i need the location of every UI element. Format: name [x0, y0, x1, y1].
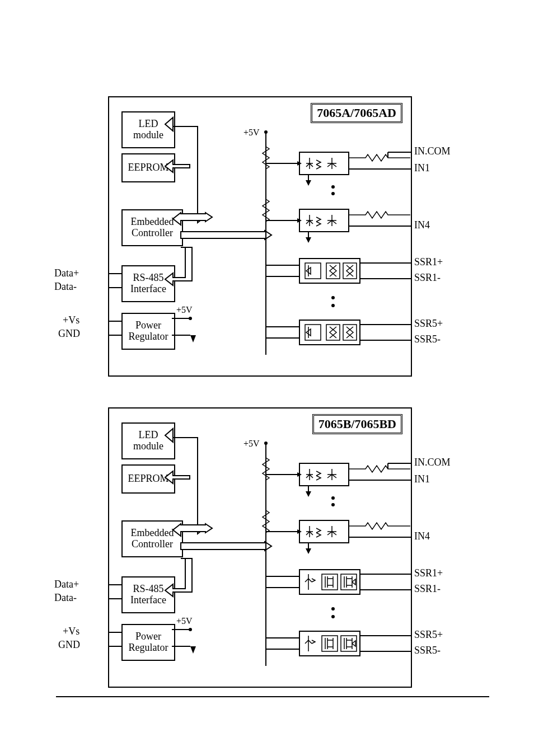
svg-marker-54: [190, 646, 196, 654]
pin-in4: IN4: [414, 530, 430, 542]
pin-in4: IN4: [414, 219, 430, 231]
pin-ssr5m: SSR5-: [414, 334, 441, 345]
resistor-icon: [349, 154, 410, 161]
svg-point-65: [331, 503, 335, 506]
pin-vs: +Vs: [63, 314, 79, 326]
svg-marker-63: [306, 491, 311, 497]
pin-gnd: GND: [58, 328, 80, 340]
pin-ssr5p: SSR5+: [414, 629, 443, 641]
pin-data-minus: Data-: [54, 281, 77, 293]
pin-ssr1p: SSR1+: [414, 567, 443, 579]
svg-point-81: [331, 607, 335, 611]
svg-marker-73: [306, 548, 311, 554]
svg-marker-17: [306, 180, 311, 186]
diagram-7065b: 7065B/7065BD LEDmodule EEPROM EmbeddedCo…: [108, 407, 412, 688]
pin-gnd: GND: [58, 639, 80, 651]
pin-in1: IN1: [414, 162, 430, 174]
pin-incom: IN.COM: [414, 145, 451, 157]
svg-point-37: [331, 304, 335, 307]
resistor-icon: [349, 523, 410, 529]
resistor-icon: [349, 466, 410, 472]
supply-label: +5V: [243, 439, 260, 448]
svg-point-64: [331, 496, 335, 500]
pin-data-minus: Data-: [54, 592, 77, 604]
svg-point-18: [331, 185, 335, 189]
supply-label: +5V: [243, 128, 260, 137]
svg-text:+5V: +5V: [176, 616, 193, 626]
diagram-7065a: 7065A/7065AD LEDmodule EEPROM EmbeddedCo…: [108, 96, 412, 377]
pin-ssr1m: SSR1-: [414, 583, 441, 595]
svg-point-51: [189, 628, 192, 631]
svg-point-19: [331, 192, 335, 195]
pin-ssr1m: SSR1-: [414, 272, 441, 284]
pin-ssr5m: SSR5-: [414, 645, 441, 656]
pin-data-plus: Data+: [54, 267, 79, 279]
pin-incom: IN.COM: [414, 457, 451, 468]
resistor-icon: [349, 212, 410, 218]
pin-vs: +Vs: [63, 626, 79, 637]
pin-data-plus: Data+: [54, 579, 79, 590]
pin-ssr5p: SSR5+: [414, 318, 443, 330]
svg-marker-8: [190, 335, 196, 342]
svg-marker-27: [306, 237, 311, 243]
svg-point-36: [331, 296, 335, 299]
page-rule: [56, 696, 489, 697]
svg-text:+5V: +5V: [176, 305, 193, 314]
pin-ssr1p: SSR1+: [414, 256, 443, 268]
svg-point-5: [189, 317, 192, 320]
svg-point-82: [331, 615, 335, 618]
pin-in1: IN1: [414, 473, 430, 485]
